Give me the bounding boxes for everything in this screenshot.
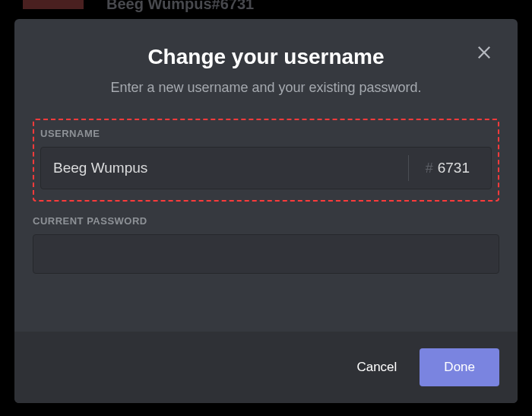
modal-subtitle: Enter a new username and your existing p…	[33, 80, 499, 96]
password-label: CURRENT PASSWORD	[33, 215, 499, 227]
username-label: USERNAME	[40, 128, 492, 139]
change-username-modal: Change your username Enter a new usernam…	[14, 19, 518, 403]
discriminator-display: # 6731	[409, 148, 491, 189]
username-field-row: # 6731	[40, 147, 492, 189]
modal-body: USERNAME # 6731 CURRENT PASSWORD	[14, 96, 518, 332]
modal-header: Change your username Enter a new usernam…	[14, 19, 518, 96]
username-input[interactable]	[41, 148, 408, 189]
discriminator-hash: #	[426, 160, 433, 176]
backdrop-username: Beeg Wumpus#6731	[0, 0, 532, 15]
discriminator-value: 6731	[438, 160, 470, 176]
done-button[interactable]: Done	[420, 348, 499, 386]
password-input[interactable]	[33, 234, 499, 274]
close-icon	[475, 43, 493, 62]
username-highlight-box: USERNAME # 6731	[33, 119, 499, 202]
modal-footer: Cancel Done	[14, 332, 518, 403]
cancel-button[interactable]: Cancel	[347, 352, 406, 383]
modal-title: Change your username	[33, 45, 499, 69]
close-button[interactable]	[473, 42, 495, 63]
